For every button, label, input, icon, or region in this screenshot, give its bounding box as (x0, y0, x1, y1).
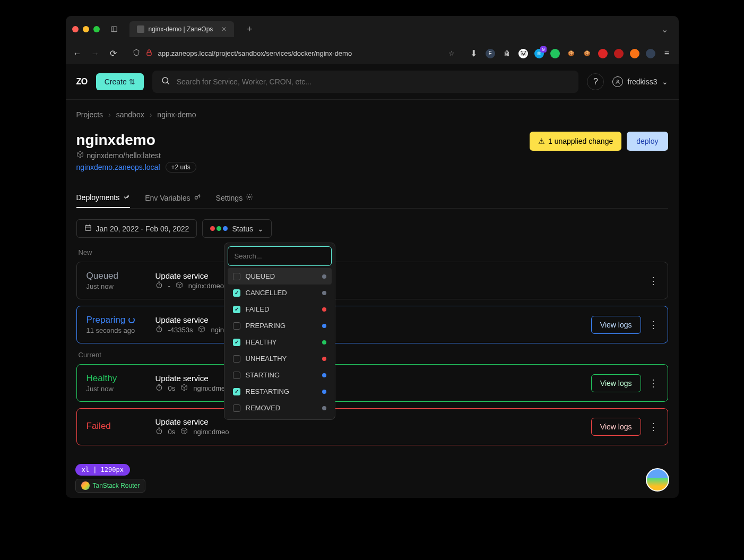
status-option-healthy[interactable]: HEALTHY (228, 334, 332, 350)
download-icon[interactable]: ⬇ (469, 48, 479, 58)
svg-line-4 (167, 82, 169, 84)
breadcrumb-item[interactable]: nginx-demo (157, 110, 196, 119)
close-tab-icon[interactable]: ✕ (221, 25, 227, 33)
sidebar-toggle-icon[interactable] (109, 24, 119, 34)
extension-icon[interactable] (646, 49, 655, 58)
user-menu[interactable]: fredkiss3 ⌄ (612, 76, 668, 87)
view-logs-button[interactable]: View logs (591, 316, 641, 334)
extension-icon[interactable] (550, 49, 560, 58)
more-actions-button[interactable]: ⋮ (648, 319, 658, 331)
status-option-restarting[interactable]: RESTARTING (228, 383, 332, 400)
browser-tab[interactable]: nginx-demo | ZaneOps ✕ (129, 21, 235, 37)
deployment-time: Just now (86, 385, 155, 393)
deploy-button[interactable]: deploy (627, 132, 668, 151)
extension-badge: 9 (540, 46, 546, 53)
primary-url-link[interactable]: nginxdemo.zaneops.local (76, 163, 160, 171)
maximize-window-icon[interactable] (93, 26, 100, 32)
extension-icon[interactable]: 🐼 (518, 49, 528, 58)
checkbox[interactable] (233, 355, 240, 363)
extra-urls-badge[interactable]: +2 urls (166, 162, 196, 173)
date-range-filter[interactable]: Jan 20, 2022 - Feb 09, 2022 (76, 219, 197, 238)
view-logs-button[interactable]: View logs (591, 418, 641, 436)
image-tag: nginx:dmeo (188, 282, 224, 290)
deployment-time: 11 seconds ago (86, 326, 155, 334)
extension-icon[interactable] (598, 49, 608, 58)
extension-icon[interactable]: 🍪 (566, 49, 576, 58)
more-actions-button[interactable]: ⋮ (648, 275, 658, 287)
tab-label: Env Variables (145, 194, 190, 202)
option-label: FAILED (246, 305, 270, 313)
close-window-icon[interactable] (72, 26, 79, 32)
search-bar[interactable] (152, 71, 579, 93)
tabs-dropdown-icon[interactable]: ⌄ (661, 24, 668, 35)
svg-point-3 (162, 77, 168, 83)
status-filter[interactable]: Status ⌄ (202, 219, 272, 238)
help-button[interactable]: ? (587, 73, 604, 90)
checkbox[interactable] (233, 339, 240, 346)
address-bar[interactable]: app.zaneops.local/project/sandbox/servic… (126, 46, 461, 61)
unapplied-changes-button[interactable]: ⚠ 1 unapplied change (530, 132, 621, 151)
unapplied-label: 1 unapplied change (548, 137, 613, 145)
tab-label: Deployments (76, 193, 120, 202)
status-option-removed[interactable]: REMOVED (228, 400, 332, 416)
status-option-starting[interactable]: STARTING (228, 367, 332, 383)
extension-icon[interactable]: 🍪 (582, 49, 592, 58)
minimize-window-icon[interactable] (83, 26, 89, 32)
viewport-indicator: xl | 1290px (75, 464, 130, 476)
tabs: DeploymentsEnv VariablesSettings (76, 187, 668, 209)
more-actions-button[interactable]: ⋮ (648, 421, 658, 433)
deployment-message: Update service (155, 374, 591, 383)
timer-icon (155, 325, 163, 334)
new-tab-button[interactable]: + (247, 24, 253, 35)
checkbox[interactable] (233, 273, 240, 280)
checkbox[interactable] (233, 306, 240, 313)
timer-icon (155, 384, 163, 393)
more-actions-button[interactable]: ⋮ (648, 377, 658, 389)
status-option-cancelled[interactable]: CANCELLED (228, 285, 332, 301)
tab-title: nginx-demo | ZaneOps (149, 25, 213, 33)
checkbox[interactable] (233, 322, 240, 330)
option-label: CANCELLED (246, 289, 287, 297)
chevron-down-icon: ⌄ (662, 77, 668, 86)
shield-icon[interactable] (133, 49, 140, 58)
extensions-icon[interactable] (501, 50, 512, 57)
status-option-failed[interactable]: FAILED (228, 301, 332, 317)
dropdown-search-input[interactable] (228, 246, 332, 266)
status-option-unhealthy[interactable]: UNHEALTHY (228, 350, 332, 367)
menu-icon[interactable]: ≡ (662, 49, 672, 58)
breadcrumb-item[interactable]: sandbox (116, 110, 144, 119)
reload-button[interactable]: ⟳ (108, 48, 119, 58)
extension-icon[interactable]: ⚛9 (534, 49, 544, 58)
extension-icon[interactable] (614, 49, 624, 58)
tab-settings[interactable]: Settings (216, 187, 254, 208)
view-logs-button[interactable]: View logs (591, 374, 641, 392)
floating-avatar[interactable] (646, 468, 669, 492)
tab-deployments[interactable]: Deployments (76, 187, 131, 208)
router-devtools[interactable]: TanStack Router (75, 479, 146, 493)
tab-env-variables[interactable]: Env Variables (145, 187, 201, 208)
search-input[interactable] (177, 77, 570, 86)
extension-icon[interactable] (630, 49, 639, 58)
breadcrumb-item[interactable]: Projects (76, 110, 103, 119)
bookmark-icon[interactable]: ☆ (448, 49, 455, 57)
duration: 0s (168, 428, 176, 436)
lock-icon[interactable] (145, 49, 153, 58)
chevron-right-icon: › (150, 110, 152, 119)
option-label: STARTING (246, 371, 280, 379)
checkbox[interactable] (233, 388, 240, 395)
logo[interactable]: ZO (76, 77, 88, 87)
status-color-icon (322, 373, 326, 377)
checkbox[interactable] (233, 372, 240, 379)
status-option-preparing[interactable]: PREPARING (228, 317, 332, 334)
status-option-queued[interactable]: QUEUED (228, 268, 332, 285)
option-label: REMOVED (246, 404, 281, 412)
back-button[interactable]: ← (72, 49, 83, 58)
chevron-updown-icon: ⇅ (129, 77, 135, 86)
checkbox[interactable] (233, 404, 240, 412)
container-icon (180, 427, 188, 436)
status-color-icon (322, 291, 326, 295)
create-button[interactable]: Create ⇅ (96, 73, 144, 90)
window-controls[interactable] (72, 26, 100, 32)
checkbox[interactable] (233, 289, 240, 297)
extension-icon[interactable]: F (486, 49, 495, 58)
